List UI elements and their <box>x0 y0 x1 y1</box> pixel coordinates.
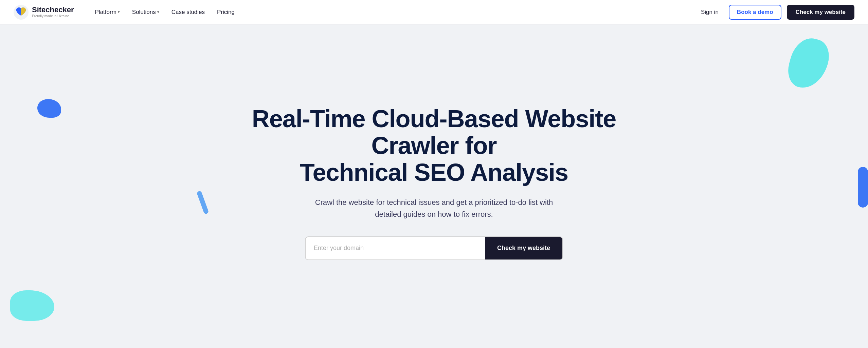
decorative-blob-cyan-top <box>784 34 833 93</box>
check-my-website-button-hero[interactable]: Check my website <box>485 237 562 259</box>
nav-right: Sign in Book a demo Check my website <box>696 5 854 20</box>
logo-text: Sitechecker Proudly made in Ukraine <box>32 6 74 18</box>
hero-title: Real-Time Cloud-Based Website Crawler fo… <box>230 105 638 186</box>
brand-name: Sitechecker <box>32 6 74 14</box>
nav-solutions[interactable]: Solutions ▾ <box>127 6 164 18</box>
nav-links: Platform ▾ Solutions ▾ Case studies Pric… <box>90 6 393 18</box>
nav-pricing[interactable]: Pricing <box>212 6 239 18</box>
navbar: Sitechecker Proudly made in Ukraine Plat… <box>0 0 868 24</box>
logo-icon <box>14 5 29 20</box>
domain-search-bar: Check my website <box>305 236 563 260</box>
hero-section: Real-Time Cloud-Based Website Crawler fo… <box>0 24 868 348</box>
book-demo-button[interactable]: Book a demo <box>729 5 781 20</box>
chevron-down-icon: ▾ <box>118 10 120 14</box>
logo[interactable]: Sitechecker Proudly made in Ukraine <box>14 5 74 20</box>
brand-tagline: Proudly made in Ukraine <box>32 14 74 18</box>
domain-input[interactable] <box>306 237 485 259</box>
hero-content: Real-Time Cloud-Based Website Crawler fo… <box>230 105 638 260</box>
check-my-website-button-nav[interactable]: Check my website <box>787 5 854 20</box>
decorative-blob-blue-left <box>37 99 61 118</box>
nav-platform[interactable]: Platform ▾ <box>90 6 125 18</box>
decorative-blob-blue-right <box>858 167 868 208</box>
decorative-blob-cyan-bottom <box>10 290 54 321</box>
chevron-down-icon: ▾ <box>157 10 159 14</box>
decorative-blob-pencil <box>196 191 209 215</box>
sign-in-button[interactable]: Sign in <box>696 6 723 18</box>
nav-case-studies[interactable]: Case studies <box>167 6 210 18</box>
hero-subtitle: Crawl the website for technical issues a… <box>312 196 556 220</box>
